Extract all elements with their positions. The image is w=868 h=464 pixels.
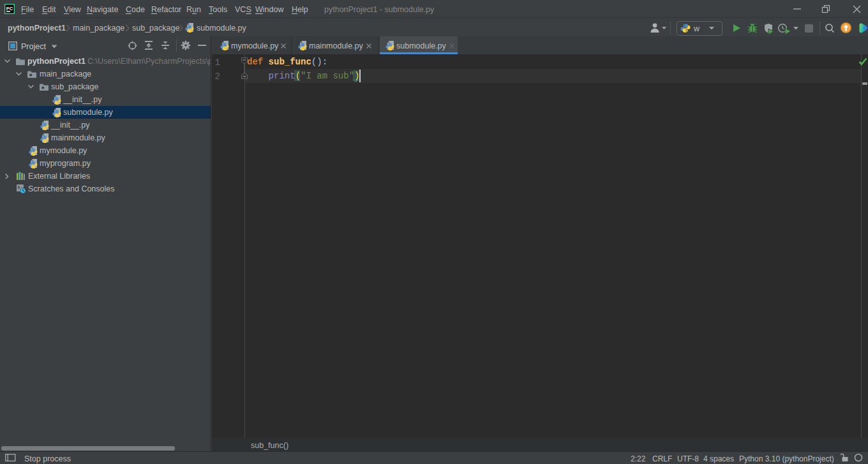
svg-text:PC: PC [6, 6, 13, 11]
